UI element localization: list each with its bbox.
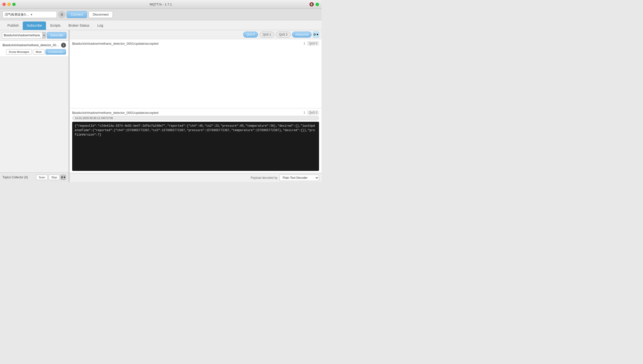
sound-icon: 🔇 (309, 2, 314, 7)
scan-button[interactable]: Scan (36, 174, 48, 180)
unsubscribe-button[interactable]: Unsubscribe (46, 49, 66, 54)
subscribe-bar: ▼ Subscribe (0, 30, 69, 41)
title-bar: MQTT.fx - 1.7.1 🔇 (0, 0, 322, 9)
tab-publish[interactable]: Publish (4, 22, 23, 30)
right-panel: QoS 0 QoS 1 QoS 2 Autoscroll ⚙▼ $baidu/i… (70, 30, 322, 182)
message-topic-top: $baidu/iot/shadow/methane_detector_0001/… (72, 42, 303, 46)
subscription-actions: Dump Messages Mute Unsubscribe (3, 49, 66, 54)
connection-selector[interactable]: 沼气检测设备0001 ▼ (3, 11, 57, 18)
disconnect-button[interactable]: Disconnect (89, 11, 113, 18)
message-topic-bottom: $baidu/iot/shadow/methane_detector_0001/… (72, 111, 303, 114)
window-title: MQTT.fx - 1.7.1 (150, 2, 172, 6)
topics-settings-icon[interactable]: ⚙▼ (61, 174, 66, 180)
msg-qos-top: QoS 0 (307, 41, 319, 46)
autoscroll-button[interactable]: Autoscroll (292, 32, 312, 38)
qos2-button[interactable]: QoS 2 (276, 32, 291, 38)
message-card-top-header: $baidu/iot/shadow/methane_detector_0001/… (72, 41, 319, 46)
message-card-bottom-header: $baidu/iot/shadow/methane_detector_0001/… (72, 110, 319, 115)
dump-messages-button[interactable]: Dump Messages (6, 49, 32, 54)
minimize-button[interactable] (8, 3, 11, 6)
message-count-badge: 1 (61, 43, 66, 48)
title-bar-icons: 🔇 (309, 2, 319, 7)
bottom-bar: Payload decoded by Plain Text Decoder Ba… (70, 173, 322, 182)
qos0-button[interactable]: QoS 0 (243, 32, 258, 38)
msg-count-bottom: 1 (303, 111, 305, 114)
subscription-topic: $baidu/iot/shadow/methane_detector_0001/… (3, 44, 60, 47)
maximize-button[interactable] (12, 3, 16, 6)
connection-name: 沼气检测设备0001 (5, 12, 29, 17)
topic-dropdown-button[interactable]: ▼ (42, 32, 46, 38)
topic-input[interactable] (2, 32, 43, 38)
connection-status-dot (316, 3, 319, 6)
tab-scripts[interactable]: Scripts (46, 22, 65, 30)
qos-bar: QoS 0 QoS 1 QoS 2 Autoscroll ⚙▼ (70, 30, 322, 39)
stop-button[interactable]: Stop (49, 174, 60, 180)
message-card-top: $baidu/iot/shadow/methane_detector_0001/… (70, 39, 322, 108)
topics-collector: Topics Collector (0) Scan Stop ⚙▼ (0, 172, 69, 182)
subscribe-button[interactable]: Subscribe (47, 32, 67, 38)
message-card-bottom: $baidu/iot/shadow/methane_detector_0001/… (70, 108, 322, 173)
subscription-item-header: $baidu/iot/shadow/methane_detector_0001/… (3, 43, 66, 48)
right-settings-icon[interactable]: ⚙▼ (313, 32, 319, 38)
main-content: ▼ Subscribe $baidu/iot/shadow/methane_de… (0, 30, 322, 182)
gear-icon: ⚙ (60, 12, 64, 16)
subscription-item: $baidu/iot/shadow/methane_detector_0001/… (0, 41, 69, 57)
message-area: $baidu/iot/shadow/methane_detector_0001/… (70, 39, 322, 173)
toolbar: 沼气检测设备0001 ▼ ⚙ Connect Disconnect (0, 9, 322, 20)
payload-content: {"requestId":"c24e414a-3374-4e92-be47-2d… (72, 122, 319, 171)
connect-button[interactable]: Connect (67, 11, 87, 18)
traffic-lights (3, 3, 16, 6)
mute-button[interactable]: Mute (33, 49, 44, 54)
topics-collector-label: Topics Collector (0) (3, 176, 36, 179)
decoder-select[interactable]: Plain Text Decoder Base64 Decoder Hex De… (280, 174, 319, 181)
close-button[interactable] (3, 3, 6, 6)
msg-qos-bottom: QoS 0 (307, 110, 319, 115)
left-panel: ▼ Subscribe $baidu/iot/shadow/methane_de… (0, 30, 69, 182)
gear-button[interactable]: ⚙ (58, 11, 65, 18)
tab-bar: Publish Subscribe Scripts Broker Status … (0, 20, 322, 30)
tab-log[interactable]: Log (93, 22, 107, 30)
tab-broker-status[interactable]: Broker Status (65, 22, 93, 30)
tab-subscribe[interactable]: Subscribe (23, 22, 46, 30)
qos1-button[interactable]: QoS 1 (259, 32, 274, 38)
msg-count-top: 1 (303, 42, 305, 45)
timestamp-badge: 14-01-2020 09:36:12.34572736 (72, 116, 319, 120)
payload-decoded-label: Payload decoded by (251, 176, 278, 180)
chevron-down-icon: ▼ (30, 13, 55, 16)
